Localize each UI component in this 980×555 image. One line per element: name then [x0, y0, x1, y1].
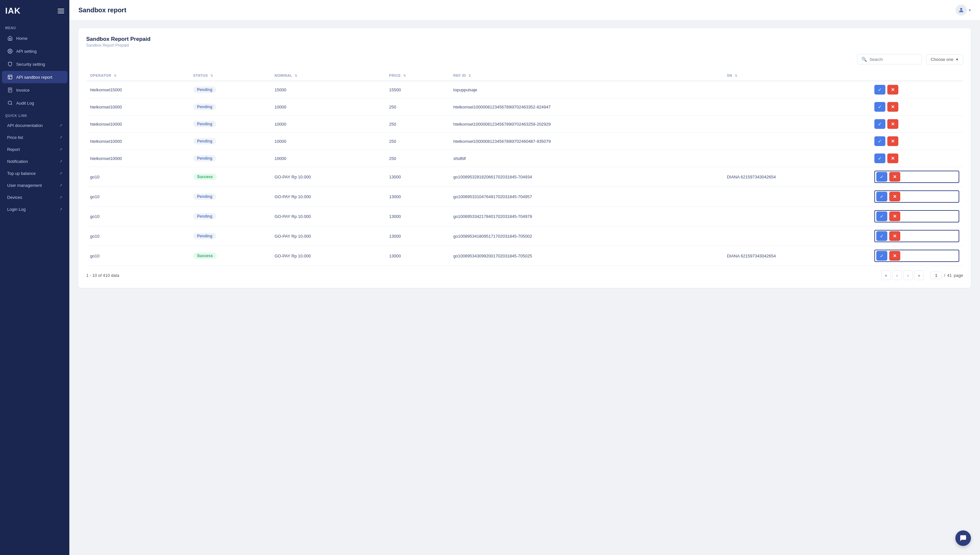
prev-page-button[interactable]: ‹: [892, 270, 902, 280]
page-label: page: [954, 273, 963, 278]
approve-button[interactable]: ✓: [874, 154, 885, 163]
reject-button[interactable]: ✕: [887, 85, 898, 95]
table-row: htelkomsel10000 Pending 10000 250 htelko…: [86, 98, 963, 115]
cell-operator: go10: [86, 187, 189, 207]
table-row: htelkomsel10000 Pending 10000 250 sfsdfd…: [86, 150, 963, 167]
sort-icon-operator: ⇅: [114, 74, 117, 77]
cell-nominal: GO-PAY Rp 10.000: [270, 226, 385, 246]
cell-sn: [723, 133, 871, 150]
menu-section-label: MENU: [0, 22, 69, 32]
sidebar-item-price-list[interactable]: Price list ↗: [2, 132, 68, 143]
cell-actions: ✓ ✕: [871, 246, 963, 266]
reject-button[interactable]: ✕: [889, 192, 900, 201]
approve-button[interactable]: ✓: [876, 251, 887, 261]
status-badge: Pending: [193, 233, 216, 239]
approve-button[interactable]: ✓: [876, 192, 887, 201]
avatar[interactable]: [956, 5, 967, 16]
sidebar-item-security-setting[interactable]: Security setting: [2, 58, 68, 70]
sidebar-item-label-invoice: Invoice: [16, 88, 29, 93]
sidebar-item-invoice[interactable]: Invoice: [2, 84, 68, 96]
status-badge: Pending: [193, 87, 216, 93]
cell-nominal: GO-PAY Rp 10.000: [270, 246, 385, 266]
choose-one-dropdown[interactable]: Choose one ▾: [926, 55, 963, 64]
cell-price: 250: [385, 133, 449, 150]
sort-icon-price: ⇅: [403, 74, 406, 77]
col-status[interactable]: STATUS ⇅: [189, 70, 270, 81]
reject-button[interactable]: ✕: [889, 212, 900, 221]
main-card: Sandbox Report Prepaid Sandbox Report Pr…: [79, 28, 971, 288]
sidebar-item-login-log[interactable]: Login Log ↗: [2, 204, 68, 215]
cell-sn: [723, 187, 871, 207]
sidebar-item-devices[interactable]: Devices ↗: [2, 192, 68, 203]
col-price[interactable]: PRICE ⇅: [385, 70, 449, 81]
sort-icon-status: ⇅: [210, 74, 213, 77]
hamburger-menu[interactable]: [58, 9, 64, 13]
action-btns: ✓ ✕: [876, 192, 957, 201]
reject-button[interactable]: ✕: [887, 154, 898, 163]
topbar: Sandbox report ▾: [69, 0, 980, 21]
action-buttons-wrap: ✓ ✕: [874, 190, 959, 203]
action-btns: ✓ ✕: [874, 85, 959, 95]
home-icon: [7, 35, 13, 41]
approve-button[interactable]: ✓: [874, 85, 885, 95]
status-badge: Success: [193, 173, 217, 180]
external-link-icon: ↗: [59, 124, 62, 128]
cell-actions: ✓ ✕: [871, 226, 963, 246]
approve-button[interactable]: ✓: [876, 231, 887, 241]
sidebar-item-label-devices: Devices: [7, 195, 22, 200]
approve-button[interactable]: ✓: [874, 136, 885, 146]
status-badge: Pending: [193, 193, 216, 200]
status-badge: Pending: [193, 121, 216, 127]
table-row: go10 Pending GO-PAY Rp 10.000 13000 go10…: [86, 207, 963, 226]
sort-icon-sn: ⇅: [735, 74, 738, 77]
col-ref-id[interactable]: REF ID ⇅: [449, 70, 723, 81]
cell-sn: DIANA 621597343042654: [723, 246, 871, 266]
chevron-down-icon: ▾: [969, 8, 971, 13]
sidebar: IAK MENU Home API setting Security setti…: [0, 0, 69, 555]
sidebar-item-api-setting[interactable]: API setting: [2, 45, 68, 57]
col-sn[interactable]: SN ⇅: [723, 70, 871, 81]
last-page-button[interactable]: »: [914, 270, 924, 280]
reject-button[interactable]: ✕: [887, 119, 898, 129]
sidebar-item-top-up-balance[interactable]: Top up balance ↗: [2, 168, 68, 179]
cell-sn: [723, 226, 871, 246]
reject-button[interactable]: ✕: [887, 102, 898, 112]
sidebar-item-user-management[interactable]: User management ↗: [2, 180, 68, 191]
col-nominal[interactable]: NOMINAL ⇅: [270, 70, 385, 81]
sidebar-item-api-sandbox-report[interactable]: API sandbox report: [2, 71, 68, 83]
approve-button[interactable]: ✓: [876, 212, 887, 221]
cell-nominal: 10000: [270, 150, 385, 167]
sidebar-item-notification[interactable]: Notification ↗: [2, 156, 68, 167]
col-actions: [871, 70, 963, 81]
shield-icon: [7, 61, 13, 67]
reject-button[interactable]: ✕: [889, 172, 900, 182]
chat-bubble-button[interactable]: [955, 530, 971, 546]
cell-ref-id: go1008953281820661702031845-704934: [449, 167, 723, 187]
reject-button[interactable]: ✕: [889, 231, 900, 241]
next-page-button[interactable]: ›: [903, 270, 913, 280]
cell-ref-id: go1008953430992001702031845-705025: [449, 246, 723, 266]
approve-button[interactable]: ✓: [876, 172, 887, 182]
status-badge: Pending: [193, 155, 216, 162]
cell-status: Pending: [189, 207, 270, 226]
sidebar-item-audit-log[interactable]: Audit Log: [2, 97, 68, 109]
sidebar-item-api-documentation[interactable]: API documentation ↗: [2, 120, 68, 131]
reject-button[interactable]: ✕: [887, 136, 898, 146]
reject-button[interactable]: ✕: [889, 251, 900, 261]
page-number-input[interactable]: [930, 272, 942, 279]
cell-sn: [723, 81, 871, 98]
action-buttons-wrap: ✓ ✕: [874, 85, 959, 95]
sidebar-item-home[interactable]: Home: [2, 32, 68, 44]
col-operator[interactable]: OPERATOR ⇅: [86, 70, 189, 81]
sidebar-item-report[interactable]: Report ↗: [2, 144, 68, 155]
table-row: go10 Success GO-PAY Rp 10.000 13000 go10…: [86, 167, 963, 187]
cell-price: 13000: [385, 207, 449, 226]
approve-button[interactable]: ✓: [874, 102, 885, 112]
cell-price: 13000: [385, 167, 449, 187]
card-subtitle: Sandbox Report Prepaid: [86, 43, 963, 48]
first-page-button[interactable]: «: [881, 270, 891, 280]
page-separator: /: [944, 273, 945, 278]
approve-button[interactable]: ✓: [874, 119, 885, 129]
search-input[interactable]: [869, 57, 918, 62]
search-box[interactable]: 🔍: [857, 54, 922, 64]
